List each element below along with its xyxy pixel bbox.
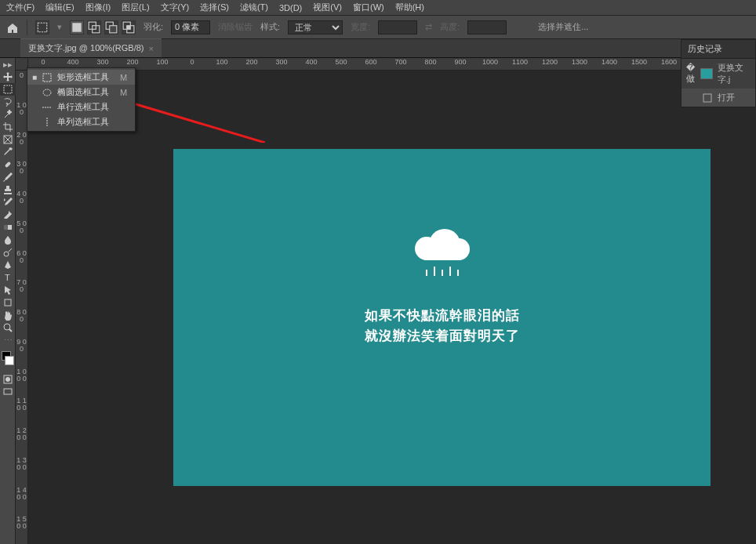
shape-tool[interactable] (0, 296, 16, 309)
flyout-col-marquee[interactable]: 单列选框工具 (27, 114, 135, 129)
history-thumb (700, 68, 713, 79)
history-tab[interactable]: 历史记录 (681, 40, 755, 59)
history-panel: 历史记录 �做 更换文字.j 打开 (681, 39, 756, 107)
svg-rect-0 (38, 23, 46, 31)
menu-window[interactable]: 窗口(W) (353, 2, 384, 13)
menu-type[interactable]: 文字(Y) (161, 2, 190, 13)
history-step-row[interactable]: 打开 (681, 89, 755, 107)
background-swatch[interactable] (5, 356, 14, 365)
height-label: 高度: (440, 21, 460, 33)
lasso-tool[interactable] (0, 96, 16, 108)
flyout-ellipse-marquee[interactable]: 椭圆选框工具M (27, 85, 135, 100)
svg-point-19 (5, 377, 10, 382)
heal-tool[interactable] (0, 158, 16, 171)
menubar: 文件(F) 编辑(E) 图像(I) 图层(L) 文字(Y) 选择(S) 滤镜(T… (0, 0, 756, 16)
selection-intersect-icon[interactable] (122, 20, 136, 34)
swap-wh-icon: ⇄ (425, 22, 432, 32)
svg-rect-9 (4, 85, 12, 93)
document-tabs: 更换文字.jpg @ 100%(RGB/8) × (0, 39, 756, 58)
width-label: 宽度: (351, 21, 370, 33)
style-label: 样式: (260, 21, 280, 33)
menu-layer[interactable]: 图层(L) (122, 2, 149, 13)
tab-close-icon[interactable]: × (149, 44, 154, 53)
edit-toolbar-icon[interactable]: ⋯ (0, 334, 16, 346)
svg-rect-5 (110, 25, 117, 32)
width-input (378, 20, 417, 34)
svg-rect-11 (5, 161, 11, 168)
home-icon[interactable] (6, 22, 19, 33)
history-doc-name: 更换文字.j (718, 62, 751, 85)
canvas-document[interactable]: 如果不快點流幹眼泪的話 就沒辦法笑着面對明天了 (173, 149, 711, 486)
svg-rect-1 (72, 23, 81, 31)
flyout-rect-marquee[interactable]: ■ 矩形选框工具M (27, 70, 135, 85)
selection-new-icon[interactable] (70, 20, 84, 34)
svg-point-14 (4, 252, 9, 256)
feather-label: 羽化: (144, 21, 163, 33)
refine-edge-button[interactable]: 选择并遮住... (538, 21, 588, 33)
brush-tool[interactable] (0, 171, 16, 183)
rain-icon (415, 267, 470, 276)
stamp-tool[interactable] (0, 183, 16, 196)
flyout-row-marquee[interactable]: 单行选框工具 (27, 100, 135, 114)
menu-select[interactable]: 选择(S) (200, 2, 229, 13)
dodge-tool[interactable] (0, 246, 16, 259)
menu-file[interactable]: 文件(F) (6, 2, 35, 13)
menu-filter[interactable]: 滤镜(T) (240, 2, 268, 13)
svg-rect-16 (5, 299, 11, 306)
blur-tool[interactable] (0, 234, 16, 246)
path-select-tool[interactable] (0, 284, 16, 296)
quickmask-icon[interactable] (0, 373, 16, 386)
menu-edit[interactable]: 编辑(E) (45, 2, 75, 13)
magic-wand-tool[interactable] (0, 108, 16, 121)
crop-tool[interactable] (0, 121, 16, 133)
zoom-tool[interactable] (0, 321, 16, 334)
history-brush-icon: �做 (686, 68, 696, 79)
svg-rect-8 (127, 25, 131, 29)
svg-text:T: T (5, 273, 10, 282)
menu-3d[interactable]: 3D(D) (279, 3, 302, 13)
frame-tool[interactable] (0, 133, 16, 146)
selection-mode-group (70, 20, 136, 34)
style-select[interactable]: 正常 (288, 20, 343, 34)
pen-tool[interactable] (0, 259, 16, 271)
selection-add-icon[interactable] (87, 20, 101, 34)
tab-title: 更换文字.jpg @ 100%(RGB/8) (28, 42, 144, 54)
document-tab[interactable]: 更换文字.jpg @ 100%(RGB/8) × (20, 38, 162, 57)
tool-preset-icon[interactable] (35, 20, 49, 34)
svg-rect-21 (43, 74, 51, 82)
svg-rect-20 (4, 389, 12, 394)
canvas-text: 如果不快點流幹眼泪的話 就沒辦法笑着面對明天了 (173, 306, 711, 346)
history-brush-tool[interactable] (0, 196, 16, 209)
ruler-horizontal[interactable]: 0400300200100010020030040050060070080090… (28, 58, 756, 71)
screen-mode-icon[interactable] (0, 386, 16, 398)
tools-panel: ▸▸ T ⋯ (0, 58, 16, 544)
selection-subtract-icon[interactable] (104, 20, 118, 34)
feather-input[interactable] (171, 20, 210, 34)
type-tool[interactable]: T (0, 271, 16, 284)
svg-point-22 (43, 89, 51, 96)
menu-image[interactable]: 图像(I) (85, 2, 111, 13)
history-step-label: 打开 (718, 92, 735, 103)
svg-point-17 (4, 324, 10, 330)
svg-rect-13 (4, 225, 8, 230)
options-bar: ▾ 羽化: 消除锯齿 样式: 正常 宽度: ⇄ 高度: 选择并遮住... (0, 16, 756, 39)
move-tool[interactable] (0, 71, 16, 83)
cloud-graphic (415, 227, 470, 276)
ruler-vertical[interactable]: 01 0 02 0 03 0 04 0 05 0 06 0 07 0 08 0 … (16, 71, 28, 544)
height-input (467, 20, 507, 34)
gradient-tool[interactable] (0, 221, 16, 234)
menu-view[interactable]: 视图(V) (313, 2, 342, 13)
marquee-flyout: ■ 矩形选框工具M 椭圆选框工具M 单行选框工具 单列选框工具 (27, 67, 136, 132)
svg-rect-26 (703, 94, 711, 102)
eyedropper-tool[interactable] (0, 146, 16, 158)
history-snapshot-row[interactable]: �做 更换文字.j (681, 59, 755, 89)
marquee-tool[interactable] (0, 83, 16, 96)
expand-tools-icon[interactable]: ▸▸ (0, 58, 16, 71)
open-step-icon (702, 92, 713, 103)
hand-tool[interactable] (0, 309, 16, 321)
antialias-label: 消除锯齿 (218, 21, 253, 33)
eraser-tool[interactable] (0, 209, 16, 221)
menu-help[interactable]: 帮助(H) (395, 2, 424, 13)
